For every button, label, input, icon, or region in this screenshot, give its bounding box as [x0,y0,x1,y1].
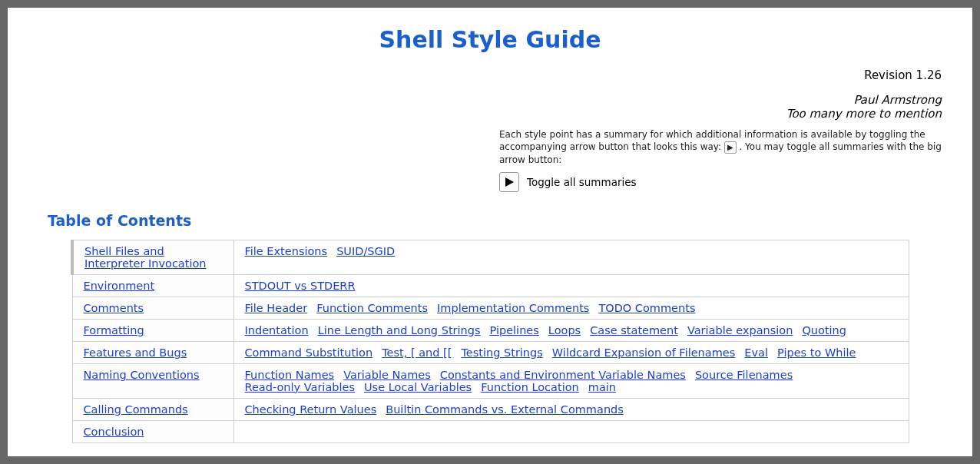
toc-table: Shell Files and Interpreter InvocationFi… [71,240,909,443]
toggle-all-button[interactable] [499,172,519,192]
toc-item-link[interactable]: Test, [ and [[ [382,346,452,359]
play-icon [504,177,515,187]
author-line-2: Too many more to mention [786,107,942,121]
toc-category-link[interactable]: Naming Conventions [84,369,200,381]
toc-item-link[interactable]: Line Length and Long Strings [318,324,481,336]
toc-category-cell: Conclusion [72,420,233,442]
page-container: Shell Style Guide Revision 1.26 Paul Arm… [8,8,972,456]
toc-items-cell: File HeaderFunction CommentsImplementati… [233,297,909,319]
revision-label: Revision 1.26 [38,68,942,82]
toc-item-link[interactable]: Source Filenames [695,369,793,381]
toc-item-link[interactable]: Builtin Commands vs. External Commands [386,403,624,416]
toc-item-link[interactable]: main [588,381,616,393]
toc-heading: Table of Contents [48,212,942,229]
toc-item-link[interactable]: Wildcard Expansion of Filenames [552,346,735,359]
toc-item-link[interactable]: Checking Return Values [245,403,377,416]
toc-category-cell: Shell Files and Interpreter Invocation [72,240,233,274]
toggle-all-label: Toggle all summaries [527,176,637,188]
toc-items-cell: Checking Return ValuesBuiltin Commands v… [233,398,909,420]
toc-item-link[interactable]: Read-only Variables [245,381,355,393]
toc-items-cell: Function NamesVariable NamesConstants an… [233,363,909,398]
toc-item-link[interactable]: STDOUT vs STDERR [245,280,356,292]
toc-item-link[interactable]: Testing Strings [461,346,542,359]
toc-item-link[interactable]: Implementation Comments [437,302,589,314]
toc-item-link[interactable]: Indentation [245,324,309,336]
toc-item-link[interactable]: Pipelines [490,324,539,336]
toc-category-link[interactable]: Calling Commands [84,403,188,416]
toc-category-link[interactable]: Formatting [84,324,144,336]
author-line-1: Paul Armstrong [853,93,942,107]
intro-text: Each style point has a summary for which… [38,128,942,166]
toc-item-link[interactable]: File Extensions [245,245,328,257]
inline-toggle-button[interactable]: ▶ [724,141,737,154]
page-title: Shell Style Guide [38,26,942,53]
toc-item-link[interactable]: File Header [245,302,308,314]
toc-item-link[interactable]: Loops [548,324,581,336]
toc-category-cell: Comments [72,297,233,319]
toc-items-cell: Command SubstitutionTest, [ and [[Testin… [233,341,909,363]
toc-row: Calling CommandsChecking Return ValuesBu… [72,398,909,420]
toc-item-link[interactable]: Function Comments [316,302,428,314]
authors-block: Paul Armstrong Too many more to mention [38,93,942,121]
svg-marker-0 [505,177,514,187]
toggle-all-row: Toggle all summaries [38,172,942,192]
toc-item-link[interactable]: Case statement [590,324,678,336]
toc-items-cell: STDOUT vs STDERR [233,274,909,297]
toc-category-link[interactable]: Features and Bugs [84,346,187,359]
toc-item-link[interactable]: Eval [744,346,768,359]
toc-item-link[interactable]: Variable Names [343,369,431,381]
toc-item-link[interactable]: Pipes to While [777,346,856,359]
toc-category-link[interactable]: Comments [84,302,144,314]
toc-item-link[interactable]: SUID/SGID [336,245,395,257]
toc-item-link[interactable]: Function Names [245,369,335,381]
toc-item-link[interactable]: Function Location [481,381,579,393]
toc-items-cell: IndentationLine Length and Long StringsP… [233,319,909,341]
toc-item-link[interactable]: Use Local Variables [364,381,472,393]
toc-item-link[interactable]: TODO Comments [598,302,695,314]
toc-category-link[interactable]: Shell Files and Interpreter Invocation [84,245,223,270]
toc-row: FormattingIndentationLine Length and Lon… [72,319,909,341]
toc-row: Features and BugsCommand SubstitutionTes… [72,341,909,363]
toc-category-link[interactable]: Conclusion [84,426,144,438]
toc-category-link[interactable]: Environment [84,280,155,292]
toc-item-link[interactable]: Command Substitution [245,346,373,359]
toc-category-cell: Naming Conventions [72,363,233,398]
toc-category-cell: Calling Commands [72,398,233,420]
toc-row: Naming ConventionsFunction NamesVariable… [72,363,909,398]
toc-item-link[interactable]: Variable expansion [687,324,793,336]
toc-row: EnvironmentSTDOUT vs STDERR [72,274,909,297]
toc-row: Shell Files and Interpreter InvocationFi… [72,240,909,274]
toc-items-cell [233,420,909,442]
toc-row: CommentsFile HeaderFunction CommentsImpl… [72,297,909,319]
toc-category-cell: Environment [72,274,233,297]
toc-category-cell: Features and Bugs [72,341,233,363]
toc-category-cell: Formatting [72,319,233,341]
toc-items-cell: File ExtensionsSUID/SGID [233,240,909,274]
toc-item-link[interactable]: Constants and Environment Variable Names [440,369,686,381]
toc-item-link[interactable]: Quoting [802,324,846,336]
toc-row: Conclusion [72,420,909,442]
